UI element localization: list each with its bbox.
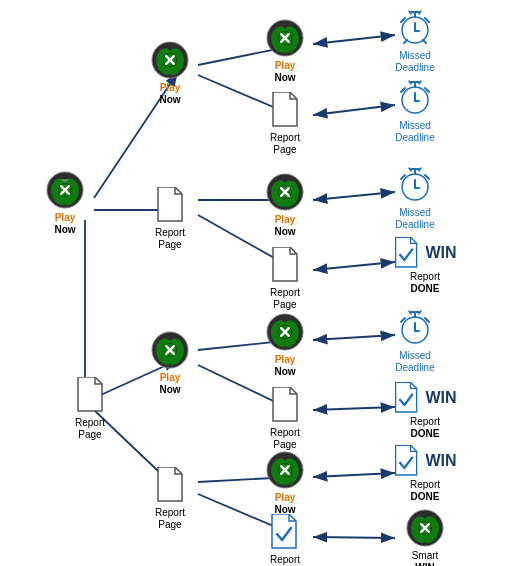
svg-line-16 [313, 35, 395, 44]
n5-node: ReportPage [140, 465, 200, 531]
n42-node: ReportPage [255, 385, 315, 451]
e411-label: MissedDeadline [395, 350, 434, 374]
doc-icon-n2 [150, 185, 190, 225]
n1-node: PlayNow [140, 40, 200, 106]
e212-node: WIN ReportDONE [385, 237, 465, 295]
n52-label: ReportDONE [270, 554, 300, 566]
svg-line-23 [313, 537, 395, 538]
n3-label: ReportPage [75, 417, 105, 441]
e412-sublabel: ReportDONE [410, 416, 440, 440]
n5-label: ReportPage [155, 507, 185, 531]
root-node: PlayNow [35, 170, 95, 236]
xbox-icon-n1 [150, 40, 190, 80]
e412-node: WIN ReportDONE [385, 382, 465, 440]
doc-icon-n22 [265, 245, 305, 285]
xbox-icon-n41 [265, 312, 305, 352]
win-label-e212: WIN [425, 244, 456, 262]
n2-label: ReportPage [155, 227, 185, 251]
e211-label: MissedDeadline [395, 207, 434, 231]
e111-node: MissedDeadline [385, 8, 445, 74]
e112-label: MissedDeadline [395, 120, 434, 144]
alarm-icon-e411 [395, 308, 435, 348]
svg-line-18 [313, 192, 395, 200]
win-label-e511: WIN [425, 452, 456, 470]
n4-node: PlayNow [140, 330, 200, 396]
svg-line-20 [313, 335, 395, 340]
e512-node: SmartWIN [385, 508, 465, 566]
n22-node: ReportPage [255, 245, 315, 311]
n21-label: PlayNow [274, 214, 295, 238]
reportdone-icon-n52 [265, 512, 305, 552]
xbox-icon-n51 [265, 450, 305, 490]
doc-icon-n3 [70, 375, 110, 415]
n42-label: ReportPage [270, 427, 300, 451]
e511-sublabel: ReportDONE [410, 479, 440, 503]
e211-node: MissedDeadline [385, 165, 445, 231]
n4-label: PlayNow [159, 372, 180, 396]
e512-label: SmartWIN [412, 550, 439, 566]
n52-node: ReportDONE [255, 512, 315, 566]
e212-sublabel: ReportDONE [410, 271, 440, 295]
xbox-icon-n4 [150, 330, 190, 370]
n2-node: ReportPage [140, 185, 200, 251]
n3-node: ReportPage [60, 375, 120, 441]
xbox-icon-n11 [265, 18, 305, 58]
n41-node: PlayNow [255, 312, 315, 378]
alarm-icon-e112 [395, 78, 435, 118]
n12-label: ReportPage [270, 132, 300, 156]
svg-line-19 [313, 262, 395, 270]
doc-icon-n42 [265, 385, 305, 425]
n1-label: PlayNow [159, 82, 180, 106]
xbox-icon-e512 [405, 508, 445, 548]
e111-label: MissedDeadline [395, 50, 434, 74]
svg-line-17 [313, 105, 395, 115]
n21-node: PlayNow [255, 172, 315, 238]
doc-icon-n12 [265, 90, 305, 130]
root-label: PlayNow [54, 212, 75, 236]
n51-node: PlayNow [255, 450, 315, 516]
doc-icon-n5 [150, 465, 190, 505]
e112-node: MissedDeadline [385, 78, 445, 144]
alarm-icon-e111 [395, 8, 435, 48]
xbox-icon [45, 170, 85, 210]
alarm-icon-e211 [395, 165, 435, 205]
win-label-e412: WIN [425, 389, 456, 407]
e411-node: MissedDeadline [385, 308, 445, 374]
svg-line-21 [313, 407, 395, 410]
n22-label: ReportPage [270, 287, 300, 311]
svg-line-22 [313, 473, 395, 477]
xbox-icon-n21 [265, 172, 305, 212]
n11-label: PlayNow [274, 60, 295, 84]
n12-node: ReportPage [255, 90, 315, 156]
n41-label: PlayNow [274, 354, 295, 378]
n11-node: PlayNow [255, 18, 315, 84]
e511-node: WIN ReportDONE [385, 445, 465, 503]
